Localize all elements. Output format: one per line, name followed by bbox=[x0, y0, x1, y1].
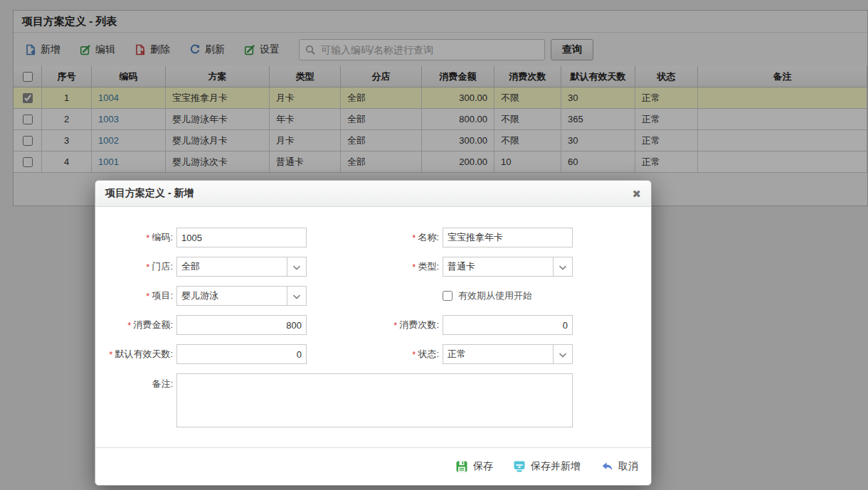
project-select-arrow[interactable] bbox=[287, 287, 306, 305]
save-button-label: 保存 bbox=[473, 460, 493, 473]
close-icon[interactable]: ✖ bbox=[632, 188, 641, 199]
undo-arrow-icon bbox=[600, 460, 613, 473]
required-mark: * bbox=[109, 349, 112, 360]
type-select-value: 普通卡 bbox=[443, 257, 553, 276]
store-select-arrow[interactable] bbox=[287, 257, 306, 276]
code-label: *编码: bbox=[110, 231, 175, 244]
name-label: *名称: bbox=[308, 231, 441, 244]
cancel-button[interactable]: 取消 bbox=[600, 460, 638, 473]
remark-field[interactable] bbox=[176, 373, 573, 427]
required-mark: * bbox=[412, 349, 416, 360]
chevron-down-icon bbox=[559, 348, 567, 361]
dialog-form: *编码: *名称: *门店: 全部 *类型: 普通卡 *项目: 婴儿游泳 有效期… bbox=[110, 228, 651, 427]
save-icon bbox=[455, 460, 468, 473]
dialog-header: 项目方案定义 - 新增 ✖ bbox=[95, 181, 651, 207]
count-label: *消费次数: bbox=[308, 319, 441, 331]
amount-field[interactable] bbox=[176, 315, 307, 335]
store-select-value: 全部 bbox=[177, 257, 287, 276]
project-label: *项目: bbox=[110, 289, 175, 302]
save-and-new-icon bbox=[513, 460, 526, 473]
chevron-down-icon bbox=[292, 289, 301, 302]
dialog-title: 项目方案定义 - 新增 bbox=[105, 187, 632, 200]
valid-from-use-label: 有效期从使用开始 bbox=[458, 289, 532, 302]
name-field[interactable] bbox=[443, 228, 573, 247]
remark-label: 备注: bbox=[110, 373, 175, 390]
type-select[interactable]: 普通卡 bbox=[443, 257, 573, 277]
chevron-down-icon bbox=[559, 260, 567, 273]
status-select[interactable]: 正常 bbox=[443, 344, 573, 364]
required-mark: * bbox=[412, 233, 416, 243]
status-label: *状态: bbox=[308, 348, 441, 361]
count-field[interactable] bbox=[443, 315, 573, 335]
required-mark: * bbox=[146, 291, 149, 302]
required-mark: * bbox=[127, 320, 131, 331]
project-select-value: 婴儿游泳 bbox=[177, 287, 287, 305]
status-select-arrow[interactable] bbox=[553, 345, 572, 363]
days-label: *默认有效天数: bbox=[110, 348, 175, 361]
status-select-value: 正常 bbox=[443, 345, 553, 363]
chevron-down-icon bbox=[292, 260, 301, 273]
project-select[interactable]: 婴儿游泳 bbox=[176, 286, 307, 306]
valid-from-use-checkbox[interactable] bbox=[443, 291, 452, 301]
amount-label: *消费金额: bbox=[110, 319, 175, 331]
add-dialog: 项目方案定义 - 新增 ✖ *编码: *名称: *门店: 全部 *类型: 普通卡… bbox=[95, 180, 652, 486]
save-and-new-button[interactable]: 保存并新增 bbox=[513, 460, 581, 473]
type-select-arrow[interactable] bbox=[553, 257, 572, 276]
dialog-footer: 保存 保存并新增 取消 bbox=[95, 447, 651, 485]
cancel-button-label: 取消 bbox=[618, 460, 638, 473]
store-select[interactable]: 全部 bbox=[176, 257, 307, 277]
days-field[interactable] bbox=[176, 344, 307, 364]
required-mark: * bbox=[146, 262, 149, 272]
type-label: *类型: bbox=[308, 260, 441, 273]
save-button[interactable]: 保存 bbox=[455, 460, 493, 473]
required-mark: * bbox=[393, 320, 397, 331]
required-mark: * bbox=[146, 233, 149, 243]
required-mark: * bbox=[412, 262, 416, 272]
save-and-new-button-label: 保存并新增 bbox=[531, 460, 581, 473]
code-field[interactable] bbox=[176, 228, 307, 247]
store-label: *门店: bbox=[110, 260, 175, 273]
